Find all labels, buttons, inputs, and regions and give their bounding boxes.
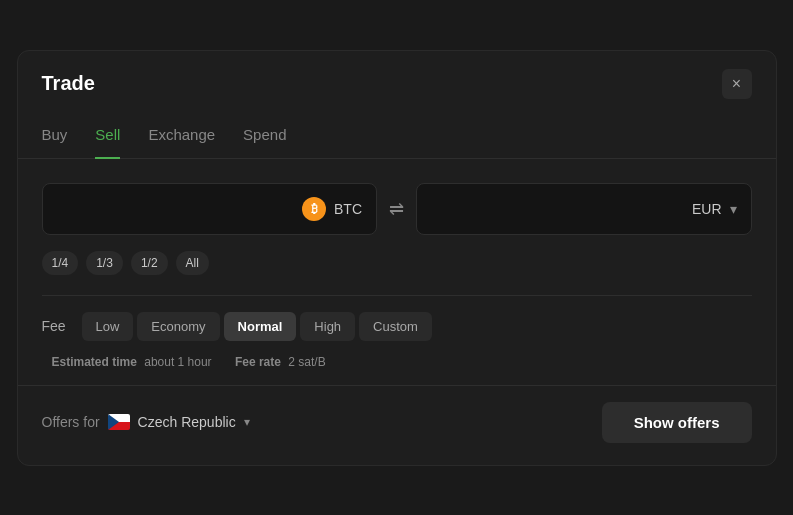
tab-sell[interactable]: Sell <box>95 116 120 159</box>
fraction-half-button[interactable]: 1/2 <box>131 251 168 275</box>
sell-currency-label: BTC <box>334 201 362 217</box>
fee-info: Estimated time about 1 hour Fee rate 2 s… <box>52 355 752 369</box>
tab-buy[interactable]: Buy <box>42 116 68 159</box>
btc-icon: ₿ <box>302 197 326 221</box>
buy-currency-select[interactable]: EUR ▾ <box>416 183 752 235</box>
fraction-all-button[interactable]: All <box>176 251 209 275</box>
divider-1 <box>42 295 752 296</box>
sell-input-field[interactable]: ₿ BTC <box>42 183 378 235</box>
estimated-time-label: Estimated time <box>52 355 137 369</box>
tab-bar: Buy Sell Exchange Spend <box>18 115 776 159</box>
fee-low-button[interactable]: Low <box>82 312 134 341</box>
fraction-quarter-button[interactable]: 1/4 <box>42 251 79 275</box>
country-name: Czech Republic <box>138 414 236 430</box>
swap-icon[interactable]: ⇌ <box>389 198 404 220</box>
fee-economy-button[interactable]: Economy <box>137 312 219 341</box>
buy-currency-label: EUR <box>431 201 722 217</box>
fee-custom-button[interactable]: Custom <box>359 312 432 341</box>
tab-spend[interactable]: Spend <box>243 116 286 159</box>
trade-modal: Trade × Buy Sell Exchange Spend ₿ BTC ⇌ … <box>17 50 777 466</box>
modal-body: ₿ BTC ⇌ EUR ▾ 1/4 1/3 1/2 All Fee <box>18 159 776 369</box>
modal-overlay: Trade × Buy Sell Exchange Spend ₿ BTC ⇌ … <box>0 0 793 515</box>
modal-title: Trade <box>42 72 95 95</box>
fee-normal-button[interactable]: Normal <box>224 312 297 341</box>
fee-rate-label: Fee rate <box>235 355 281 369</box>
sell-amount-input[interactable] <box>57 200 295 217</box>
modal-footer: Offers for Czech Republic ▾ Show offers <box>18 386 776 465</box>
fee-high-button[interactable]: High <box>300 312 355 341</box>
fee-rate-value: 2 sat/B <box>288 355 325 369</box>
czech-republic-flag <box>108 414 130 430</box>
fraction-row: 1/4 1/3 1/2 All <box>42 251 752 275</box>
tab-exchange[interactable]: Exchange <box>148 116 215 159</box>
fee-row: Fee Low Economy Normal High Custom <box>42 312 752 341</box>
show-offers-button[interactable]: Show offers <box>602 402 752 443</box>
modal-header: Trade × <box>18 51 776 115</box>
fraction-third-button[interactable]: 1/3 <box>86 251 123 275</box>
chevron-down-icon: ▾ <box>730 201 737 217</box>
close-button[interactable]: × <box>722 69 752 99</box>
estimated-time-value: about 1 hour <box>144 355 211 369</box>
fee-label: Fee <box>42 318 72 334</box>
fee-options: Low Economy Normal High Custom <box>82 312 432 341</box>
offers-for-label: Offers for <box>42 414 100 430</box>
offers-for-section: Offers for Czech Republic ▾ <box>42 414 250 430</box>
exchange-row: ₿ BTC ⇌ EUR ▾ <box>42 183 752 235</box>
country-chevron-icon[interactable]: ▾ <box>244 415 250 429</box>
